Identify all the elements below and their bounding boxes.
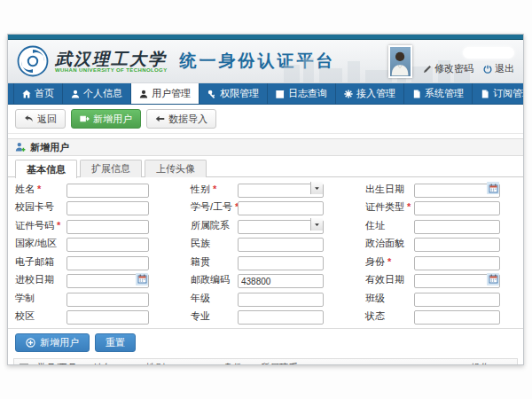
- field-cell-18: [66, 290, 149, 307]
- field-text-input[interactable]: [66, 184, 149, 198]
- field-text-input[interactable]: [238, 274, 324, 288]
- field-text-input[interactable]: [414, 220, 500, 234]
- table-column-header-0: 学号/工号: [34, 362, 90, 366]
- back-button[interactable]: 返回: [15, 109, 66, 129]
- field-text-input[interactable]: [414, 293, 500, 307]
- toolbar: 返回 新增用户 数据导入: [8, 105, 523, 134]
- calendar-icon[interactable]: [136, 273, 148, 286]
- app-window: 武汉理工大学 WUHAN UNIVERSITY OF TECHNOLOGY 统一…: [7, 34, 524, 365]
- plus-circle-icon: [26, 338, 35, 348]
- calendar-icon[interactable]: [487, 182, 499, 194]
- university-brand: 武汉理工大学 WUHAN UNIVERSITY OF TECHNOLOGY: [55, 51, 168, 73]
- nav-item-subscription-management[interactable]: 订阅管理: [473, 83, 524, 104]
- university-name: 武汉理工大学: [55, 51, 168, 67]
- calendar-icon[interactable]: [487, 273, 499, 286]
- page-icon: [481, 90, 489, 98]
- data-import-button[interactable]: 数据导入: [146, 109, 216, 129]
- submit-label: 新增用户: [40, 336, 79, 349]
- add-user-toolbar-label: 新增用户: [93, 113, 132, 126]
- field-cell-19: [238, 290, 324, 307]
- university-logo-icon: [17, 45, 49, 77]
- import-arrow-icon: [155, 114, 165, 123]
- field-label-20: 班级: [365, 292, 414, 305]
- field-cell-14: [414, 254, 500, 270]
- field-label-21: 校区: [15, 309, 66, 323]
- nav-item-label: 个人信息: [83, 87, 122, 100]
- user-icon: [71, 90, 80, 98]
- field-text-input[interactable]: [66, 220, 149, 234]
- field-label-15: 进校日期: [15, 273, 66, 286]
- field-text-input[interactable]: [66, 310, 149, 325]
- field-cell-5: [414, 200, 500, 216]
- chevron-down-icon[interactable]: [310, 182, 323, 194]
- field-label-23: 状态: [365, 309, 414, 323]
- logout-link[interactable]: 退出: [483, 62, 514, 75]
- field-text-input[interactable]: [414, 310, 500, 325]
- field-label-16: 邮政编码: [191, 273, 238, 286]
- field-text-input[interactable]: [238, 256, 324, 270]
- nav-item-permission-management[interactable]: 权限管理: [200, 83, 268, 104]
- field-cell-10: [238, 236, 324, 253]
- nav-item-log-query[interactable]: 日志查询: [268, 83, 336, 104]
- tab-upload-avatar[interactable]: 上传头像: [145, 160, 207, 177]
- nav-item-system-management[interactable]: 系统管理: [404, 83, 473, 104]
- home-icon: [22, 90, 31, 98]
- field-cell-17: [414, 272, 500, 289]
- change-password-link[interactable]: 修改密码: [423, 62, 473, 75]
- field-label-6: 证件号码*: [15, 219, 66, 232]
- pencil-icon: [423, 65, 432, 74]
- logout-label: 退出: [495, 62, 514, 75]
- nav-item-personal-info[interactable]: 个人信息: [63, 83, 131, 104]
- field-text-input[interactable]: [414, 256, 500, 270]
- add-user-toolbar-button[interactable]: 新增用户: [71, 109, 141, 129]
- nav-item-access-management[interactable]: 接入管理: [336, 83, 404, 104]
- power-icon: [483, 65, 492, 74]
- tab-extended-info[interactable]: 扩展信息: [80, 160, 142, 177]
- data-import-label: 数据导入: [168, 113, 207, 126]
- key-icon: [207, 90, 216, 98]
- field-text-input[interactable]: [414, 238, 500, 252]
- required-asterisk: *: [57, 220, 60, 231]
- field-cell-12: [66, 254, 149, 270]
- reset-button[interactable]: 重置: [95, 333, 136, 352]
- field-cell-22: [238, 309, 324, 325]
- username-redacted: [463, 47, 514, 59]
- field-text-input[interactable]: [66, 238, 149, 252]
- field-cell-15: [66, 272, 149, 289]
- nav-item-label: 系统管理: [425, 87, 464, 100]
- field-text-input[interactable]: [238, 238, 324, 252]
- nav-item-home[interactable]: 首页: [13, 83, 63, 104]
- table-column-header-4: 所属院系: [257, 362, 467, 366]
- field-text-input[interactable]: [66, 201, 149, 215]
- required-asterisk: *: [407, 201, 411, 212]
- nav-item-label: 日志查询: [288, 87, 327, 100]
- field-text-input[interactable]: [66, 293, 149, 307]
- user-table-header: 学号/工号姓名性别身份所属院系操作: [14, 359, 517, 365]
- required-asterisk: *: [37, 184, 41, 194]
- field-cell-0: [66, 181, 149, 198]
- field-cell-6: [66, 217, 149, 234]
- tab-basic-info[interactable]: 基本信息: [15, 160, 77, 178]
- field-text-input[interactable]: [414, 201, 500, 215]
- main-nav: 首页个人信息用户管理权限管理日志查询接入管理系统管理订阅管理: [8, 83, 523, 105]
- new-user-form: 姓名*性别*出生日期校园卡号学号/工号*证件类型*证件号码*所属院系住址国家/地…: [8, 177, 523, 329]
- field-label-2: 出生日期: [365, 183, 414, 196]
- export-icon: [80, 114, 90, 123]
- select-all-checkbox[interactable]: [20, 364, 28, 366]
- field-label-4: 学号/工号*: [191, 200, 238, 214]
- table-column-header-5: 操作: [467, 362, 517, 366]
- field-cell-7: [238, 217, 324, 234]
- field-label-13: 籍贯: [191, 255, 238, 269]
- field-text-input[interactable]: [238, 201, 324, 215]
- chevron-down-icon[interactable]: [310, 218, 323, 231]
- header: 武汉理工大学 WUHAN UNIVERSITY OF TECHNOLOGY 统一…: [8, 40, 523, 83]
- field-text-input[interactable]: [238, 310, 324, 325]
- field-text-input[interactable]: [238, 293, 324, 307]
- submit-add-user-button[interactable]: 新增用户: [15, 333, 90, 352]
- nav-item-label: 接入管理: [356, 87, 395, 100]
- field-text-input[interactable]: [66, 256, 149, 270]
- field-label-18: 学制: [15, 292, 66, 305]
- nav-item-user-management[interactable]: 用户管理: [131, 83, 200, 104]
- nav-item-label: 订阅管理: [493, 87, 524, 100]
- back-label: 返回: [37, 113, 57, 126]
